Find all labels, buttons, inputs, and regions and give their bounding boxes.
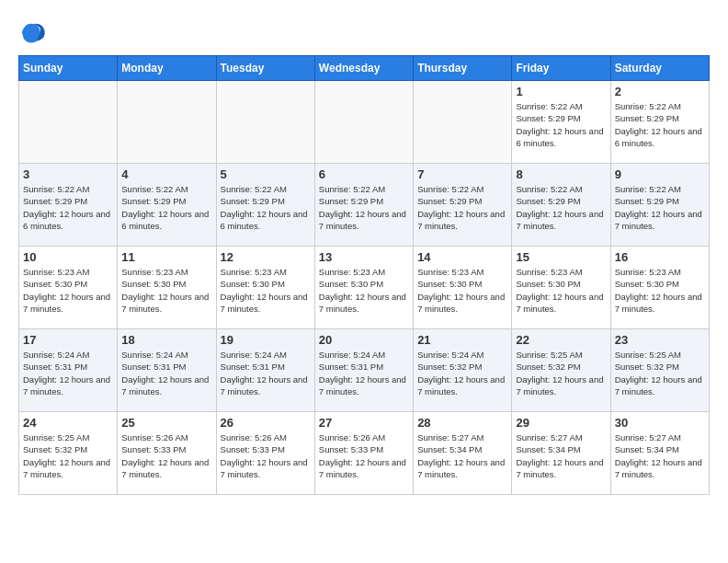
calendar-cell (216, 81, 314, 164)
day-number: 23 (615, 333, 705, 347)
day-number: 17 (23, 333, 113, 347)
calendar-cell (19, 81, 118, 164)
day-info: Sunrise: 5:23 AM Sunset: 5:30 PM Dayligh… (615, 266, 705, 315)
calendar-cell: 11Sunrise: 5:23 AM Sunset: 5:30 PM Dayli… (118, 247, 216, 329)
day-number: 8 (516, 167, 606, 181)
calendar-cell: 12Sunrise: 5:23 AM Sunset: 5:30 PM Dayli… (216, 247, 314, 329)
calendar-cell: 15Sunrise: 5:23 AM Sunset: 5:30 PM Dayli… (512, 247, 610, 329)
day-info: Sunrise: 5:23 AM Sunset: 5:30 PM Dayligh… (417, 266, 507, 315)
day-number: 18 (121, 333, 211, 347)
calendar-cell: 2Sunrise: 5:22 AM Sunset: 5:29 PM Daylig… (610, 81, 709, 164)
day-number: 4 (121, 167, 211, 181)
day-info: Sunrise: 5:24 AM Sunset: 5:31 PM Dayligh… (221, 349, 311, 397)
day-number: 9 (615, 167, 705, 181)
day-info: Sunrise: 5:23 AM Sunset: 5:30 PM Dayligh… (121, 266, 211, 315)
calendar-cell: 4Sunrise: 5:22 AM Sunset: 5:29 PM Daylig… (118, 164, 216, 247)
day-number: 13 (319, 250, 409, 264)
day-info: Sunrise: 5:22 AM Sunset: 5:29 PM Dayligh… (121, 183, 211, 232)
day-info: Sunrise: 5:22 AM Sunset: 5:29 PM Dayligh… (417, 183, 507, 232)
day-number: 16 (615, 250, 705, 264)
calendar-cell: 13Sunrise: 5:23 AM Sunset: 5:30 PM Dayli… (314, 247, 413, 329)
day-info: Sunrise: 5:25 AM Sunset: 5:32 PM Dayligh… (615, 349, 705, 397)
week-row-4: 17Sunrise: 5:24 AM Sunset: 5:31 PM Dayli… (19, 329, 710, 412)
day-number: 6 (319, 167, 409, 181)
calendar-cell (414, 81, 512, 164)
calendar-cell: 3Sunrise: 5:22 AM Sunset: 5:29 PM Daylig… (19, 164, 118, 247)
day-number: 27 (319, 416, 409, 430)
day-number: 20 (319, 333, 409, 347)
calendar-cell: 6Sunrise: 5:22 AM Sunset: 5:29 PM Daylig… (314, 164, 413, 247)
calendar-cell: 30Sunrise: 5:27 AM Sunset: 5:34 PM Dayli… (610, 412, 709, 495)
calendar-cell: 25Sunrise: 5:26 AM Sunset: 5:33 PM Dayli… (118, 412, 216, 495)
calendar-cell: 27Sunrise: 5:26 AM Sunset: 5:33 PM Dayli… (314, 412, 413, 495)
day-number: 2 (615, 85, 705, 98)
calendar-cell: 8Sunrise: 5:22 AM Sunset: 5:29 PM Daylig… (512, 164, 610, 247)
calendar-cell (118, 81, 216, 164)
calendar-cell: 10Sunrise: 5:23 AM Sunset: 5:30 PM Dayli… (19, 247, 118, 329)
day-info: Sunrise: 5:26 AM Sunset: 5:33 PM Dayligh… (121, 431, 211, 480)
day-number: 24 (23, 416, 113, 430)
day-number: 3 (23, 167, 113, 181)
week-row-1: 1Sunrise: 5:22 AM Sunset: 5:29 PM Daylig… (19, 81, 710, 164)
day-info: Sunrise: 5:27 AM Sunset: 5:34 PM Dayligh… (516, 431, 606, 480)
logo (18, 18, 51, 46)
day-number: 10 (23, 250, 113, 264)
calendar-cell: 22Sunrise: 5:25 AM Sunset: 5:32 PM Dayli… (512, 329, 610, 412)
day-number: 21 (417, 333, 507, 347)
calendar-cell: 9Sunrise: 5:22 AM Sunset: 5:29 PM Daylig… (610, 164, 709, 247)
day-number: 15 (516, 250, 606, 264)
day-number: 30 (615, 416, 705, 430)
day-info: Sunrise: 5:23 AM Sunset: 5:30 PM Dayligh… (516, 266, 606, 315)
calendar-cell: 29Sunrise: 5:27 AM Sunset: 5:34 PM Dayli… (512, 412, 610, 495)
day-info: Sunrise: 5:22 AM Sunset: 5:29 PM Dayligh… (615, 100, 705, 149)
calendar-cell: 16Sunrise: 5:23 AM Sunset: 5:30 PM Dayli… (610, 247, 709, 329)
day-number: 11 (121, 250, 211, 264)
calendar-cell: 5Sunrise: 5:22 AM Sunset: 5:29 PM Daylig… (216, 164, 314, 247)
day-number: 5 (221, 167, 311, 181)
day-number: 26 (221, 416, 311, 430)
day-info: Sunrise: 5:22 AM Sunset: 5:29 PM Dayligh… (516, 100, 606, 149)
day-info: Sunrise: 5:24 AM Sunset: 5:31 PM Dayligh… (121, 349, 211, 397)
calendar-cell: 24Sunrise: 5:25 AM Sunset: 5:32 PM Dayli… (19, 412, 118, 495)
logo-icon (18, 18, 46, 46)
calendar-cell: 17Sunrise: 5:24 AM Sunset: 5:31 PM Dayli… (19, 329, 118, 412)
day-info: Sunrise: 5:22 AM Sunset: 5:29 PM Dayligh… (516, 183, 606, 232)
day-number: 28 (417, 416, 507, 430)
week-row-3: 10Sunrise: 5:23 AM Sunset: 5:30 PM Dayli… (19, 247, 710, 329)
day-info: Sunrise: 5:26 AM Sunset: 5:33 PM Dayligh… (319, 431, 409, 480)
day-number: 22 (516, 333, 606, 347)
day-number: 1 (516, 85, 606, 98)
weekday-header-wednesday: Wednesday (314, 56, 413, 81)
day-info: Sunrise: 5:22 AM Sunset: 5:29 PM Dayligh… (319, 183, 409, 232)
calendar-cell: 20Sunrise: 5:24 AM Sunset: 5:31 PM Dayli… (314, 329, 413, 412)
weekday-header-friday: Friday (512, 56, 610, 81)
day-info: Sunrise: 5:23 AM Sunset: 5:30 PM Dayligh… (319, 266, 409, 315)
day-number: 29 (516, 416, 606, 430)
day-info: Sunrise: 5:27 AM Sunset: 5:34 PM Dayligh… (417, 431, 507, 480)
weekday-header-row: SundayMondayTuesdayWednesdayThursdayFrid… (19, 56, 710, 81)
weekday-header-saturday: Saturday (610, 56, 709, 81)
day-number: 25 (121, 416, 211, 430)
calendar-cell: 1Sunrise: 5:22 AM Sunset: 5:29 PM Daylig… (512, 81, 610, 164)
day-info: Sunrise: 5:25 AM Sunset: 5:32 PM Dayligh… (23, 431, 113, 480)
day-number: 7 (417, 167, 507, 181)
calendar-cell: 18Sunrise: 5:24 AM Sunset: 5:31 PM Dayli… (118, 329, 216, 412)
day-info: Sunrise: 5:23 AM Sunset: 5:30 PM Dayligh… (221, 266, 311, 315)
weekday-header-tuesday: Tuesday (216, 56, 314, 81)
day-info: Sunrise: 5:26 AM Sunset: 5:33 PM Dayligh… (221, 431, 311, 480)
day-number: 14 (417, 250, 507, 264)
calendar-cell: 14Sunrise: 5:23 AM Sunset: 5:30 PM Dayli… (414, 247, 512, 329)
calendar-cell: 26Sunrise: 5:26 AM Sunset: 5:33 PM Dayli… (216, 412, 314, 495)
day-info: Sunrise: 5:23 AM Sunset: 5:30 PM Dayligh… (23, 266, 113, 315)
week-row-2: 3Sunrise: 5:22 AM Sunset: 5:29 PM Daylig… (19, 164, 710, 247)
calendar-cell: 21Sunrise: 5:24 AM Sunset: 5:32 PM Dayli… (414, 329, 512, 412)
day-number: 12 (221, 250, 311, 264)
calendar: SundayMondayTuesdayWednesdayThursdayFrid… (18, 55, 710, 495)
calendar-cell: 19Sunrise: 5:24 AM Sunset: 5:31 PM Dayli… (216, 329, 314, 412)
day-info: Sunrise: 5:22 AM Sunset: 5:29 PM Dayligh… (615, 183, 705, 232)
day-info: Sunrise: 5:24 AM Sunset: 5:32 PM Dayligh… (417, 349, 507, 397)
day-info: Sunrise: 5:24 AM Sunset: 5:31 PM Dayligh… (23, 349, 113, 397)
day-number: 19 (221, 333, 311, 347)
calendar-cell: 23Sunrise: 5:25 AM Sunset: 5:32 PM Dayli… (610, 329, 709, 412)
day-info: Sunrise: 5:25 AM Sunset: 5:32 PM Dayligh… (516, 349, 606, 397)
